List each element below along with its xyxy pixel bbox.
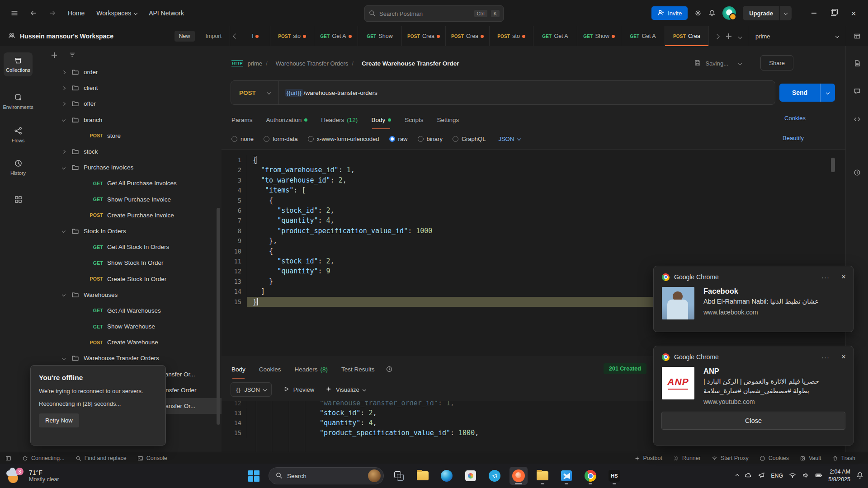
language-indicator[interactable]: ENG bbox=[771, 473, 783, 479]
hidden-icons-chevron[interactable] bbox=[736, 474, 739, 477]
taskbar-weather-widget[interactable]: 3 71°F Mostly clear bbox=[0, 468, 115, 484]
chevron-down-icon[interactable] bbox=[62, 357, 66, 360]
new-tab-plus-icon[interactable] bbox=[726, 33, 731, 39]
response-tab-body[interactable]: Body bbox=[231, 361, 245, 377]
tab-params[interactable]: Params bbox=[231, 112, 253, 127]
request-tab[interactable]: POSTCrea bbox=[446, 26, 490, 46]
tabs-scroll-left-icon[interactable] bbox=[230, 26, 241, 46]
new-button[interactable]: New bbox=[175, 31, 195, 42]
body-mode-graphql[interactable]: GraphQL bbox=[453, 136, 486, 142]
window-minimize-button[interactable] bbox=[804, 0, 824, 26]
sidebar-request[interactable]: GETShow Purchase Invoice bbox=[36, 192, 222, 207]
taskbar-vscode-icon[interactable] bbox=[557, 467, 576, 485]
info-icon[interactable] bbox=[854, 169, 861, 178]
body-mode-binary[interactable]: binary bbox=[418, 136, 443, 142]
request-tab[interactable]: GETGet A bbox=[314, 26, 358, 46]
taskbar-folder-icon[interactable] bbox=[533, 467, 552, 485]
notification-close-icon[interactable]: × bbox=[841, 272, 846, 282]
rail-more[interactable] bbox=[4, 192, 33, 207]
statusbar-vault[interactable]: Vault bbox=[800, 455, 821, 461]
request-tab[interactable]: POSTCrea bbox=[402, 26, 446, 46]
forward-icon[interactable] bbox=[49, 9, 56, 17]
statusbar-find-and-replace[interactable]: Find and replace bbox=[75, 455, 127, 461]
chevron-down-icon[interactable] bbox=[62, 118, 66, 122]
body-mode-form-data[interactable]: form-data bbox=[264, 136, 298, 142]
sidebar-folder[interactable]: Warehouses bbox=[36, 287, 222, 303]
send-options-chevron-icon[interactable] bbox=[821, 91, 835, 94]
chevron-down-icon[interactable] bbox=[780, 12, 792, 14]
preview-button[interactable]: Preview bbox=[283, 385, 314, 394]
beautify-link[interactable]: Beautify bbox=[783, 135, 804, 141]
tab-options-chevron-icon[interactable] bbox=[739, 33, 741, 40]
sidebar-request[interactable]: POSTstore bbox=[36, 128, 222, 144]
tab-headers[interactable]: Headers(12) bbox=[321, 112, 358, 127]
chevron-right-icon[interactable] bbox=[62, 70, 66, 74]
request-tab[interactable]: POSTCrea bbox=[665, 26, 709, 46]
global-search-input[interactable]: Search Postman Ctrl K bbox=[364, 5, 504, 22]
taskbar-search[interactable]: Search bbox=[269, 467, 384, 484]
taskbar-edge-icon[interactable] bbox=[438, 467, 456, 485]
sidebar-folder[interactable]: Purchase Invoices bbox=[36, 160, 222, 175]
statusbar-runner[interactable]: Runner bbox=[673, 455, 701, 461]
statusbar-console[interactable]: Console bbox=[137, 455, 167, 461]
notification-menu-icon[interactable]: ··· bbox=[821, 273, 830, 281]
statusbar-connecting-[interactable]: Connecting... bbox=[22, 455, 65, 461]
onedrive-cloud-icon[interactable] bbox=[745, 472, 752, 480]
taskbar-chrome-icon[interactable] bbox=[581, 467, 599, 485]
rail-environments[interactable]: Environments bbox=[4, 89, 33, 113]
body-mode-raw[interactable]: raw bbox=[389, 136, 408, 142]
sidebar-request[interactable]: POSTCreate Stock In Order bbox=[36, 271, 222, 286]
chrome-notification-anp[interactable]: Google Chrome ··· × ANP ANP حصرياً فيلم … bbox=[653, 346, 854, 446]
tab-authorization[interactable]: Authorization bbox=[266, 112, 308, 127]
taskbar-photos-icon[interactable] bbox=[462, 467, 480, 485]
environment-quick-look-icon[interactable] bbox=[846, 26, 868, 46]
sidebar-scrollbar[interactable] bbox=[217, 208, 220, 425]
nav-api-network[interactable]: API Network bbox=[149, 9, 184, 17]
invite-button[interactable]: Invite bbox=[651, 6, 688, 20]
sidebar-request[interactable]: POSTCreate Warehouse bbox=[36, 334, 222, 350]
notification-close-icon[interactable]: × bbox=[841, 352, 846, 361]
import-button[interactable]: Import bbox=[202, 31, 225, 42]
back-icon[interactable] bbox=[30, 9, 37, 17]
notification-center-icon[interactable] bbox=[856, 472, 863, 480]
statusbar-trash[interactable]: Trash bbox=[832, 455, 856, 461]
sidebar-request[interactable]: GETGet All Stock In Orders bbox=[36, 239, 222, 255]
breadcrumb-request-name[interactable]: Create Warehouse Transfer Order bbox=[362, 60, 459, 67]
telegram-tray-icon[interactable] bbox=[758, 472, 765, 480]
sidebar-request[interactable]: GETGet All Warehouses bbox=[36, 303, 222, 319]
sidebar-request[interactable]: GETShow Stock In Order bbox=[36, 255, 222, 271]
wifi-icon[interactable] bbox=[789, 472, 796, 480]
response-tab-headers[interactable]: Headers(8) bbox=[295, 361, 328, 377]
response-tab-test-results[interactable]: Test Results bbox=[341, 361, 375, 377]
statusbar-panel[interactable] bbox=[5, 455, 11, 461]
workspace-title[interactable]: Hussein mansour's Workspace bbox=[20, 33, 170, 40]
clock[interactable]: 2:04 AM 5/8/2025 bbox=[828, 468, 850, 483]
rail-history[interactable]: History bbox=[4, 155, 33, 179]
sidebar-folder[interactable]: branch bbox=[36, 112, 222, 128]
breadcrumb-folder[interactable]: Warehouse Transfer Orders bbox=[276, 60, 349, 67]
nav-home[interactable]: Home bbox=[68, 9, 85, 17]
battery-icon[interactable] bbox=[815, 472, 822, 480]
sidebar-request[interactable]: POSTCreate Purchase Invoice bbox=[36, 207, 222, 223]
documentation-icon[interactable] bbox=[854, 60, 861, 68]
notification-close-button[interactable]: Close bbox=[661, 412, 845, 430]
taskbar-task-view-icon[interactable] bbox=[390, 467, 408, 485]
cookies-link[interactable]: Cookies bbox=[784, 115, 806, 122]
taskbar-file-explorer-icon[interactable] bbox=[414, 467, 432, 485]
rail-flows[interactable]: Flows bbox=[4, 123, 33, 147]
sidebar-request[interactable]: GETShow Warehouse bbox=[36, 319, 222, 334]
response-history-icon[interactable] bbox=[386, 366, 393, 373]
start-button[interactable] bbox=[245, 467, 263, 485]
settings-gear-icon[interactable] bbox=[694, 9, 702, 17]
environment-selector[interactable]: prime bbox=[748, 26, 846, 46]
request-tab[interactable]: GETGet A bbox=[533, 26, 577, 46]
tab-body[interactable]: Body bbox=[371, 112, 391, 127]
nav-workspaces[interactable]: Workspaces bbox=[96, 9, 137, 17]
sidebar-folder[interactable]: Stock In Orders bbox=[36, 223, 222, 239]
sidebar-folder[interactable]: Warehouse Transfer Orders bbox=[36, 350, 222, 366]
request-tab[interactable]: GETShow bbox=[358, 26, 402, 46]
save-status[interactable]: Saving... bbox=[694, 54, 741, 72]
body-mode-x-www-form-urlencoded[interactable]: x-www-form-urlencoded bbox=[308, 136, 379, 142]
retry-now-button[interactable]: Retry Now bbox=[39, 413, 79, 427]
request-tab[interactable]: POSTsto bbox=[270, 26, 314, 46]
